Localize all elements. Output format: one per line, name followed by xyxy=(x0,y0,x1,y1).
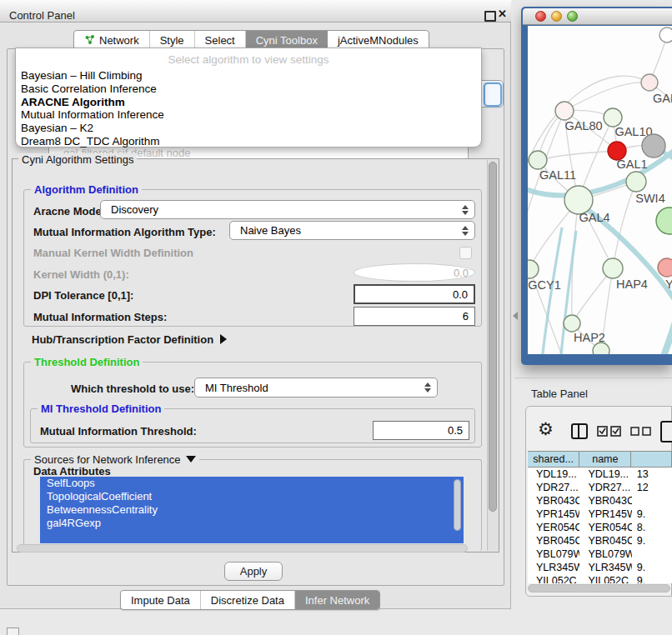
node-label: Y xyxy=(665,278,672,291)
table-hscrollbar[interactable] xyxy=(528,584,670,592)
network-node-gal80[interactable] xyxy=(555,102,574,120)
table-cell: YDR27... xyxy=(579,481,631,494)
deselect-all-icon[interactable] xyxy=(630,427,652,436)
algorithm-option-bayesian-k2[interactable]: Bayesian – K2 xyxy=(16,122,481,135)
bottom-tab-infer-network[interactable]: Infer Network xyxy=(295,591,379,609)
mi-threshold-group-title: MI Threshold Definition xyxy=(38,402,164,415)
manual-kernel-checkbox[interactable] xyxy=(459,247,472,259)
sources-title: Sources for Network Inference xyxy=(34,453,181,466)
mi-threshold-input[interactable] xyxy=(373,421,469,440)
attribute-item-betweennesscentrality[interactable]: BetweennessCentrality xyxy=(40,503,464,517)
network-node-gcy1[interactable] xyxy=(528,260,539,278)
stepper-icon xyxy=(424,382,431,392)
network-node-gal4[interactable] xyxy=(564,186,593,214)
dpi-tolerance-label: DPI Tolerance [0,1]: xyxy=(33,289,133,302)
table-row[interactable]: YIL052CYIL052C9. xyxy=(528,574,672,583)
network-node-hap2[interactable] xyxy=(564,315,580,332)
network-node[interactable] xyxy=(656,208,672,234)
algorithm-option-aracne-algorithm[interactable]: ARACNE Algorithm xyxy=(16,96,481,109)
node-label: HAP4 xyxy=(616,278,648,291)
table-row[interactable]: YDL19...YDL19...13 xyxy=(528,468,672,481)
splitpane-handle-icon[interactable] xyxy=(513,312,518,320)
algorithm-option-mutual-information-inference[interactable]: Mutual Information Inference xyxy=(16,108,481,122)
tab-label: Infer Network xyxy=(305,594,369,607)
table-cell: YPR145W xyxy=(579,508,631,521)
mi-steps-input[interactable] xyxy=(354,307,475,326)
network-node[interactable] xyxy=(659,28,672,42)
new-table-icon[interactable] xyxy=(660,421,672,442)
network-node-gal[interactable] xyxy=(641,74,658,91)
select-all-icon[interactable] xyxy=(597,426,622,437)
network-node-gal11[interactable] xyxy=(529,151,547,169)
sources-collapser[interactable]: Sources for Network Inference xyxy=(31,453,199,466)
table-cell xyxy=(632,494,672,508)
table-row[interactable]: YPR145WYPR145W9. xyxy=(528,508,672,521)
network-canvas[interactable]: GALGAL80GAL10GAL1GAL11SWI4GAL4GCY1HAP4YH… xyxy=(528,26,672,354)
control-panel-titlebar[interactable] xyxy=(0,0,511,22)
network-node-hap4[interactable] xyxy=(603,258,623,278)
column-header-extra[interactable] xyxy=(631,452,672,467)
table-row[interactable]: YBR043CYBR043C xyxy=(528,494,672,508)
bottom-tab-discretize-data[interactable]: Discretize Data xyxy=(201,591,295,609)
tab-label: Discretize Data xyxy=(211,594,284,607)
table-cell: YBL079W xyxy=(579,548,631,561)
table-cell: YBL079W xyxy=(528,548,579,561)
column-header-shared[interactable]: shared... xyxy=(528,452,579,467)
minimize-traffic-light[interactable] xyxy=(551,11,562,22)
tab-label: Impute Data xyxy=(131,594,190,607)
network-node[interactable] xyxy=(593,342,609,354)
algorithm-option-bayesian-hill-climbing[interactable]: Bayesian – Hill Climbing xyxy=(16,69,481,82)
close-traffic-light[interactable] xyxy=(535,11,546,22)
algorithm-option-basic-correlation-inference[interactable]: Basic Correlation Inference xyxy=(16,82,481,96)
aracne-mode-combo[interactable]: Discovery xyxy=(100,200,475,219)
table-cell: YPR145W xyxy=(528,508,579,521)
gear-icon[interactable]: ⚙ xyxy=(538,420,554,438)
table-body: YDL19...YDL19...13YDR27...YDR27...12YBR0… xyxy=(528,468,672,583)
network-node-gal10[interactable] xyxy=(604,108,622,127)
list-scrollbar-thumb[interactable] xyxy=(454,479,461,531)
node-label: GAL xyxy=(653,92,672,105)
node-label: GCY1 xyxy=(528,278,561,292)
dpi-tolerance-input[interactable] xyxy=(354,284,475,304)
bottom-tab-impute-data[interactable]: Impute Data xyxy=(121,591,201,609)
mi-threshold-label: Mutual Information Threshold: xyxy=(40,425,197,438)
settings-scrollbar-thumb[interactable] xyxy=(489,162,497,512)
table-row[interactable]: YER054CYER054C8. xyxy=(528,521,672,534)
attribute-item-gal4rgexp[interactable]: gal4RGexp xyxy=(40,517,464,530)
minimized-panel-icon[interactable] xyxy=(7,628,19,635)
stepper-icon xyxy=(462,205,469,215)
aracne-mode-value: Discovery xyxy=(111,203,158,216)
zoom-traffic-light[interactable] xyxy=(567,11,578,22)
table-row[interactable]: YDR27...YDR27...12 xyxy=(528,481,672,494)
mi-type-combo[interactable]: Naive Bayes xyxy=(229,221,475,240)
columns-icon[interactable] xyxy=(571,423,588,439)
close-icon[interactable]: ✕ xyxy=(498,8,507,20)
mi-type-label: Mutual Information Algorithm Type: xyxy=(33,226,216,238)
hub-definition-expander[interactable]: Hub/Transcription Factor Definition xyxy=(32,333,227,346)
bottom-tabs: Impute DataDiscretize DataInfer Network xyxy=(120,590,380,610)
algorithm-option-dream8-dc-tdc-algorithm[interactable]: Dream8 DC_TDC Algorithm xyxy=(16,135,481,148)
kernel-width-input[interactable] xyxy=(354,263,475,282)
network-node-swi4[interactable] xyxy=(626,172,646,192)
apply-button[interactable]: Apply xyxy=(224,562,283,581)
combo-stepper-focused[interactable] xyxy=(484,82,502,107)
table-cell: YER054C xyxy=(528,521,579,534)
attribute-item-selfloops[interactable]: SelfLoops xyxy=(40,477,464,490)
table-cell: YIL052C xyxy=(528,574,579,583)
attribute-item-topologicalcoefficient[interactable]: TopologicalCoefficient xyxy=(40,490,464,503)
settings-hscrollbar[interactable] xyxy=(17,544,468,552)
mi-steps-label: Mutual Information Steps: xyxy=(33,311,167,323)
column-header-name[interactable]: name xyxy=(579,452,631,467)
which-threshold-combo[interactable]: MI Threshold xyxy=(194,378,438,398)
table-row[interactable]: YBR045CYBR045C9. xyxy=(528,534,672,548)
table-row[interactable]: YLR345WYLR345W9. xyxy=(528,561,672,574)
table-row[interactable]: YBL079WYBL079W xyxy=(528,548,672,561)
network-graph: GALGAL80GAL10GAL1GAL11SWI4GAL4GCY1HAP4YH… xyxy=(528,26,672,354)
table-cell: YBR045C xyxy=(528,534,579,548)
network-node[interactable] xyxy=(642,134,665,158)
aracne-mode-label: Aracne Mode: xyxy=(33,205,105,218)
table-cell: 13 xyxy=(632,468,672,481)
float-window-icon[interactable] xyxy=(484,11,496,22)
network-node-y[interactable] xyxy=(658,258,672,277)
table-cell: YIL052C xyxy=(579,574,631,583)
